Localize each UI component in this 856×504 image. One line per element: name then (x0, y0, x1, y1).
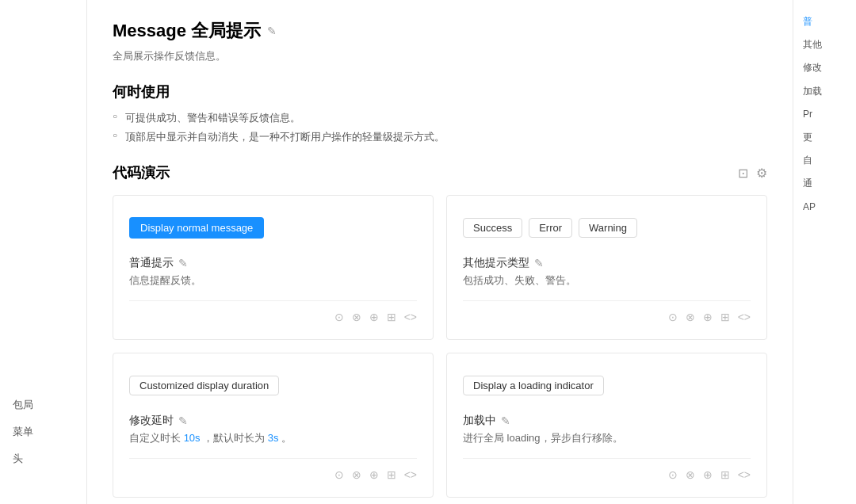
duration-label-edit-icon[interactable]: ✎ (178, 414, 188, 427)
toolbar-link-icon-3[interactable]: ⊕ (369, 468, 379, 481)
success-button[interactable]: Success (463, 218, 522, 238)
demo-card-duration: Customized display duration 修改延时 ✎ 自定义时长… (113, 353, 434, 498)
bullet-item-2: 顶部居中显示并自动消失，是一种不打断用户操作的轻量级提示方式。 (113, 130, 767, 144)
right-sidebar-item-7[interactable]: 通 (800, 174, 850, 193)
demo-card-loading-desc: 进行全局 loading，异步自行移除。 (463, 431, 751, 445)
demo-card-loading-label: 加载中 ✎ (463, 414, 751, 428)
when-to-use-heading: 何时使用 (113, 82, 767, 101)
right-sidebar-item-8[interactable]: AP (800, 198, 850, 216)
right-sidebar-item-5[interactable]: 更 (800, 128, 850, 147)
expand-icon[interactable]: ⊡ (738, 166, 748, 181)
right-sidebar-item-0[interactable]: 普 (800, 13, 850, 31)
sidebar-item-layout[interactable]: 包局 (0, 391, 86, 418)
demo-card-normal-label: 普通提示 ✎ (129, 256, 417, 270)
toolbar-settings-icon[interactable]: ⊗ (352, 311, 361, 323)
demo-card-normal-desc: 信息提醒反馈。 (129, 273, 417, 288)
toolbar-link-icon-2[interactable]: ⊕ (703, 311, 713, 323)
demo-card-duration-content: Customized display duration (129, 369, 417, 401)
demo-card-duration-label: 修改延时 ✎ (129, 414, 417, 428)
toolbar-link-icon[interactable]: ⊕ (369, 311, 379, 323)
loading-label-edit-icon[interactable]: ✎ (501, 414, 510, 427)
settings-icon[interactable]: ⚙ (756, 166, 767, 181)
right-sidebar-item-6[interactable]: 自 (800, 151, 850, 170)
demo-card-normal-toolbar: ⊙ ⊗ ⊕ ⊞ <> (129, 300, 417, 323)
sidebar-item-menu[interactable]: 菜单 (0, 418, 86, 445)
right-sidebar-item-3[interactable]: 加载 (800, 82, 850, 101)
duration-value-3s: 3s (268, 432, 279, 444)
duration-value-10s: 10s (184, 432, 201, 444)
toolbar-settings-icon-4[interactable]: ⊗ (686, 468, 695, 481)
demo-card-normal: Display normal message 普通提示 ✎ 信息提醒反馈。 ⊙ … (113, 195, 434, 340)
page-subtitle: 全局展示操作反馈信息。 (113, 49, 767, 63)
message-type-buttons: Success Error Warning (463, 218, 637, 238)
bullet-item-1: 可提供成功、警告和错误等反馈信息。 (113, 111, 767, 125)
page-title: Message 全局提示 (113, 19, 261, 43)
demo-card-types-label: 其他提示类型 ✎ (463, 256, 751, 270)
display-normal-message-button[interactable]: Display normal message (129, 217, 264, 239)
toolbar-code-icon[interactable]: <> (404, 311, 417, 323)
demo-card-loading-content: Display a loading indicator (463, 369, 751, 401)
toolbar-code-icon-3[interactable]: <> (404, 468, 417, 481)
demo-card-normal-content: Display normal message (129, 212, 417, 243)
demo-card-types-toolbar: ⊙ ⊗ ⊕ ⊞ <> (463, 300, 751, 323)
right-sidebar-item-2[interactable]: 修改 (800, 59, 850, 77)
title-edit-icon[interactable]: ✎ (267, 25, 277, 37)
toolbar-copy-icon[interactable]: ⊞ (387, 311, 396, 323)
demo-card-loading: Display a loading indicator 加载中 ✎ 进行全局 l… (446, 353, 767, 498)
toolbar-preview-icon-2[interactable]: ⊙ (668, 311, 678, 323)
left-sidebar: 包局 菜单 头 (0, 0, 87, 504)
toolbar-preview-icon-3[interactable]: ⊙ (334, 468, 344, 481)
customized-duration-button[interactable]: Customized display duration (129, 376, 279, 395)
right-sidebar-item-4[interactable]: Pr (800, 105, 850, 124)
toolbar-settings-icon-2[interactable]: ⊗ (686, 311, 695, 323)
toolbar-preview-icon[interactable]: ⊙ (334, 311, 344, 323)
toolbar-code-icon-2[interactable]: <> (738, 311, 751, 323)
normal-label-edit-icon[interactable]: ✎ (178, 257, 188, 269)
demo-card-types-desc: 包括成功、失败、警告。 (463, 273, 751, 288)
sidebar-item-head[interactable]: 头 (0, 445, 86, 472)
toolbar-copy-icon-3[interactable]: ⊞ (387, 468, 396, 481)
warning-button[interactable]: Warning (579, 218, 637, 238)
toolbar-link-icon-4[interactable]: ⊕ (703, 468, 713, 481)
display-loading-button[interactable]: Display a loading indicator (463, 376, 604, 395)
demo-section-title: 代码演示 (113, 163, 170, 182)
toolbar-settings-icon-3[interactable]: ⊗ (352, 468, 361, 481)
page-title-row: Message 全局提示 ✎ (113, 19, 767, 43)
when-to-use-list: 可提供成功、警告和错误等反馈信息。 顶部居中显示并自动消失，是一种不打断用户操作… (113, 111, 767, 144)
main-content: Message 全局提示 ✎ 全局展示操作反馈信息。 何时使用 可提供成功、警告… (87, 0, 793, 504)
demo-card-duration-desc: 自定义时长 10s ，默认时长为 3s 。 (129, 431, 417, 445)
types-label-edit-icon[interactable]: ✎ (534, 257, 544, 269)
toolbar-copy-icon-2[interactable]: ⊞ (720, 311, 730, 323)
demo-section-icons: ⊡ ⚙ (738, 166, 767, 181)
right-sidebar-item-1[interactable]: 其他 (800, 36, 850, 54)
demo-section-header: 代码演示 ⊡ ⚙ (113, 163, 767, 182)
demo-card-types-content: Success Error Warning (463, 212, 751, 243)
toolbar-code-icon-4[interactable]: <> (738, 468, 751, 481)
toolbar-copy-icon-4[interactable]: ⊞ (720, 468, 730, 481)
right-sidebar: 普 其他 修改 加载 Pr 更 自 通 AP (793, 0, 856, 504)
demo-card-types: Success Error Warning 其他提示类型 ✎ 包括成功、失败、警… (446, 195, 767, 340)
error-button[interactable]: Error (529, 218, 572, 238)
demo-card-loading-toolbar: ⊙ ⊗ ⊕ ⊞ <> (463, 458, 751, 481)
toolbar-preview-icon-4[interactable]: ⊙ (668, 468, 678, 481)
demo-card-duration-toolbar: ⊙ ⊗ ⊕ ⊞ <> (129, 458, 417, 481)
demo-grid: Display normal message 普通提示 ✎ 信息提醒反馈。 ⊙ … (113, 195, 767, 498)
